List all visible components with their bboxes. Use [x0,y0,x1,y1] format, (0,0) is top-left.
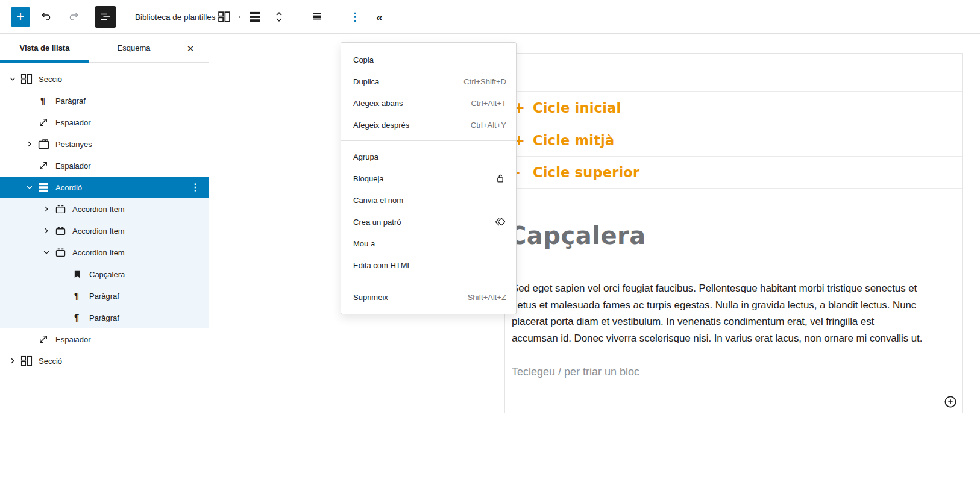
collapse-toolbar-button[interactable]: « [367,6,391,28]
svg-text:¶: ¶ [74,313,79,322]
toolbar-separator [336,9,336,25]
tabs-block-icon [36,137,51,151]
empty-block-placeholder[interactable]: Teclegeu / per triar un bloc [512,366,639,378]
tree-item-label: Paràgraf [89,292,119,301]
chevron-right-icon[interactable] [23,138,36,150]
tree-item-accordion-item[interactable]: Accordion Item [0,220,209,242]
alignment-button[interactable] [305,6,329,28]
move-up-down-button[interactable] [267,6,291,28]
tree-item-acordio[interactable]: Acordió⋮ [0,177,209,198]
menu-item-afegeix-despres[interactable]: Afegeix desprésCtrl+Alt+Y [341,114,516,136]
list-view-toggle-button[interactable] [95,6,116,28]
accordion-icon [247,9,263,25]
tree-item-accordion-item[interactable]: Accordion Item [0,242,209,263]
sidebar-tabs: Vista de llista Esquema ✕ [0,34,209,63]
paragraph-block[interactable]: Sed eget sapien vel orci feugiat faucibu… [512,280,945,346]
undo-button[interactable] [36,6,57,28]
menu-item-mou-a[interactable]: Mou a [341,233,516,254]
accordion-item-block-icon [53,224,68,238]
spacer-block-icon [36,332,51,346]
select-accordion-button[interactable] [243,6,267,28]
menu-item-canvia-el-nom[interactable]: Canvia el nom [341,189,516,211]
tree-item-label: Accordion Item [72,248,125,257]
spacer-block-icon [36,115,51,130]
menu-item-crea-un-patro[interactable]: Crea un patró [341,211,516,233]
plus-icon: + [17,10,25,23]
heading-block-icon [70,267,84,281]
options-button[interactable]: ⋮ [343,6,367,28]
accordion-header-cicle-inicial[interactable]: +Cicle inicial [505,91,962,124]
tree-item-paragraf[interactable]: ¶Paràgraf [0,285,209,307]
editor-topbar: +Biblioteca de plantilles ⋮« [0,0,980,34]
menu-item-label: Afegeix després [353,120,409,130]
spacer-block-icon [36,158,51,173]
lock-open-icon [494,172,506,184]
accordion-header-cicle-mitja[interactable]: +Cicle mitjà [505,124,962,156]
topbar-left-group: +Biblioteca de plantilles [11,0,216,34]
select-section-button[interactable] [212,6,236,28]
menu-item-label: Canvia el nom [353,196,403,205]
block-toolbar: ⋮« [212,0,391,34]
menu-item-afegeix-abans[interactable]: Afegeix abansCtrl+Alt+T [341,92,516,114]
accordion-block: +Cicle inicial+Cicle mitjà–Cicle superio… [505,91,962,189]
collapse-icon: « [376,11,382,23]
undo-icon [39,10,54,24]
kebab-icon: ⋮ [350,11,360,22]
block-options-menu: CopiaDuplicaCtrl+Shift+DAfegeix abansCtr… [341,42,517,314]
menu-item-agrupa[interactable]: Agrupa [341,146,516,167]
tree-item-label: Secció [39,75,62,84]
tree-item-label: Secció [39,357,62,366]
accordion-header-cicle-superior[interactable]: –Cicle superior [505,156,962,189]
tree-item-paragraf[interactable]: ¶Paràgraf [0,307,209,328]
inserter-toggle-button[interactable]: + [11,7,30,27]
chevron-right-icon[interactable] [40,203,53,215]
tree-item-espaiador[interactable]: Espaiador [0,328,209,350]
menu-item-shortcut: Ctrl+Shift+D [463,77,506,86]
tab-vista-de-llista[interactable]: Vista de llista [0,34,89,62]
paragraph-block-icon: ¶ [70,310,84,325]
chevron-down-icon[interactable] [23,181,36,193]
menu-item-label: Suprimeix [353,293,388,302]
tree-item-label: Accordion Item [72,227,125,236]
tree-item-label: Paràgraf [55,96,86,105]
block-editor: +Biblioteca de plantilles ⋮« Vista de ll… [0,0,980,485]
options-kebab-icon[interactable]: ⋮ [190,183,200,192]
chevron-down-icon[interactable] [40,246,53,258]
section-block-outline: +Cicle inicial+Cicle mitjà–Cicle superio… [504,53,963,413]
menu-item-suprimeix[interactable]: SuprimeixShift+Alt+Z [341,286,516,308]
menu-item-edita-com-html[interactable]: Edita com HTML [341,254,516,276]
menu-item-label: Copia [353,55,374,64]
tree-item-pestanyes[interactable]: Pestanyes [0,133,209,155]
tree-item-paragraf[interactable]: ¶Paràgraf [0,90,209,111]
menu-item-shortcut: Shift+Alt+Z [468,293,506,302]
editor-canvas: +Cicle inicial+Cicle mitjà–Cicle superio… [210,34,980,485]
tree-item-espaiador[interactable]: Espaiador [0,155,209,177]
chevron-right-icon[interactable] [40,225,53,237]
chevron-right-icon[interactable] [6,355,19,367]
accordion-title: Cicle mitjà [533,133,614,148]
block-tree: Secció¶ParàgrafEspaiadorPestanyesEspaiad… [0,63,209,372]
menu-group: AgrupaBloquejaCanvia el nomCrea un patró… [341,140,516,276]
list-view-sidebar: Vista de llista Esquema ✕ Secció¶Paràgra… [0,34,209,485]
heading-block[interactable]: Capçalera [509,222,646,249]
menu-item-label: Duplica [353,77,379,86]
tree-item-espaiador[interactable]: Espaiador [0,111,209,133]
tree-item-label: Accordion Item [72,205,125,214]
tab-esquema[interactable]: Esquema [89,34,178,62]
menu-item-bloqueja[interactable]: Bloqueja [341,167,516,189]
tree-item-accordion-item[interactable]: Accordion Item [0,198,209,220]
redo-icon [66,10,81,24]
accordion-block-icon [36,180,51,195]
accordion-title: Cicle inicial [533,100,621,116]
tree-item-seccio[interactable]: Secció [0,350,209,372]
menu-item-copia[interactable]: Copia [341,49,516,70]
tree-item-seccio[interactable]: Secció [0,68,209,90]
menu-item-label: Mou a [353,239,375,248]
block-appender-button[interactable] [943,394,958,410]
close-sidebar-button[interactable]: ✕ [178,34,203,63]
menu-item-duplica[interactable]: DuplicaCtrl+Shift+D [341,70,516,92]
redo-button[interactable] [63,6,84,28]
menu-group: CopiaDuplicaCtrl+Shift+DAfegeix abansCtr… [341,49,516,136]
chevron-down-icon[interactable] [6,73,19,85]
tree-item-capcalera[interactable]: Capçalera [0,263,209,285]
